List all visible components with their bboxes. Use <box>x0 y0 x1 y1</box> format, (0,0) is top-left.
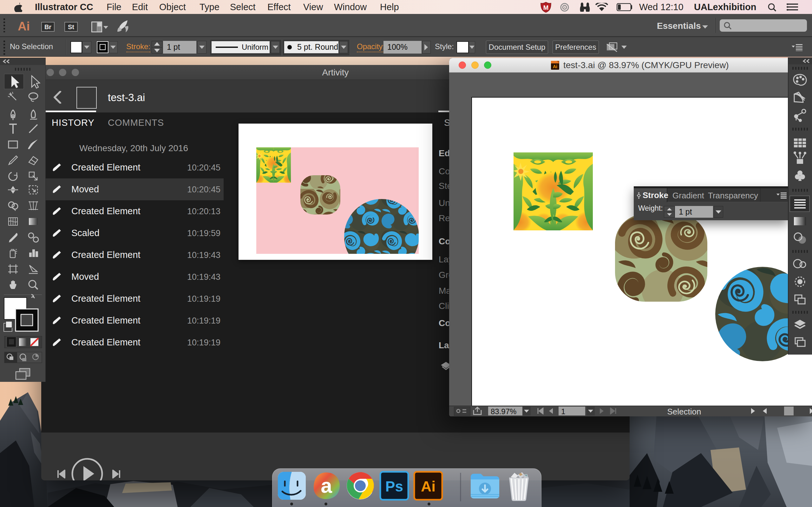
svg-text:a: a <box>321 474 332 497</box>
svg-text:Ps: Ps <box>386 478 403 495</box>
svg-text:Ai: Ai <box>421 478 436 495</box>
svg-text:Ai: Ai <box>553 64 557 69</box>
svg-text:M: M <box>543 4 549 11</box>
